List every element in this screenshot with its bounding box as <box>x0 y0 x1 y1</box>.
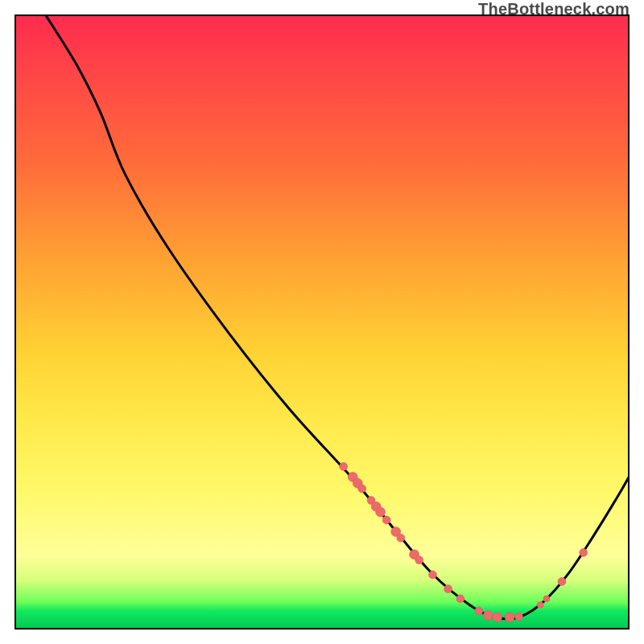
chart-container: TheBottleneck.com <box>0 0 644 644</box>
chart-border <box>14 14 630 630</box>
watermark-label: TheBottleneck.com <box>478 0 630 19</box>
